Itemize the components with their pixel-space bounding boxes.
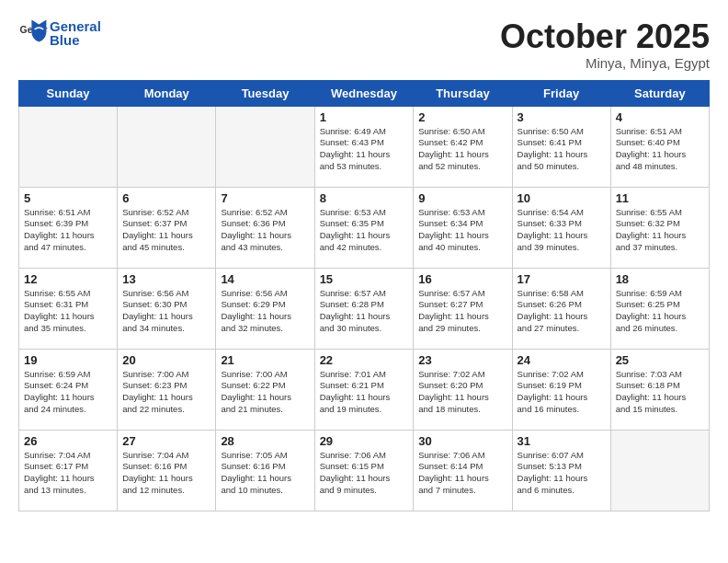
day-info-26: Sunrise: 7:04 AM Sunset: 6:17 PM Dayligh… [24,450,112,497]
day-info-21: Sunrise: 7:00 AM Sunset: 6:22 PM Dayligh… [221,369,309,416]
day-number-18: 18 [616,272,704,286]
cell-w2-d1: 5Sunrise: 6:51 AM Sunset: 6:39 PM Daylig… [19,187,118,268]
day-number-12: 12 [24,272,112,286]
day-number-27: 27 [122,434,210,448]
day-info-11: Sunrise: 6:55 AM Sunset: 6:32 PM Dayligh… [616,207,704,254]
day-info-20: Sunrise: 7:00 AM Sunset: 6:23 PM Dayligh… [122,369,210,416]
day-number-11: 11 [616,191,704,205]
day-info-14: Sunrise: 6:56 AM Sunset: 6:29 PM Dayligh… [221,288,309,335]
day-number-19: 19 [24,353,112,367]
day-number-6: 6 [122,191,210,205]
page-header: General General Blue October 2025 Minya,… [18,18,710,71]
cell-w3-d5: 16Sunrise: 6:57 AM Sunset: 6:27 PM Dayli… [414,268,512,349]
day-info-4: Sunrise: 6:51 AM Sunset: 6:40 PM Dayligh… [616,126,704,173]
col-header-sunday: Sunday [19,80,118,106]
day-info-25: Sunrise: 7:03 AM Sunset: 6:18 PM Dayligh… [616,369,704,416]
day-number-1: 1 [320,110,409,124]
cell-w2-d3: 7Sunrise: 6:52 AM Sunset: 6:36 PM Daylig… [216,187,314,268]
cell-w5-d1: 26Sunrise: 7:04 AM Sunset: 6:17 PM Dayli… [19,430,118,511]
week-row-4: 19Sunrise: 6:59 AM Sunset: 6:24 PM Dayli… [19,349,710,430]
cell-w4-d2: 20Sunrise: 7:00 AM Sunset: 6:23 PM Dayli… [118,349,216,430]
col-header-friday: Friday [512,80,610,106]
cell-w2-d5: 9Sunrise: 6:53 AM Sunset: 6:34 PM Daylig… [414,187,512,268]
calendar-table: Sunday Monday Tuesday Wednesday Thursday… [18,80,710,511]
cell-w5-d7 [610,430,709,511]
cell-w5-d3: 28Sunrise: 7:05 AM Sunset: 6:16 PM Dayli… [216,430,314,511]
cell-w4-d4: 22Sunrise: 7:01 AM Sunset: 6:21 PM Dayli… [314,349,414,430]
day-info-5: Sunrise: 6:51 AM Sunset: 6:39 PM Dayligh… [24,207,112,254]
day-number-10: 10 [518,191,606,205]
cell-w5-d4: 29Sunrise: 7:06 AM Sunset: 6:15 PM Dayli… [314,430,414,511]
day-number-9: 9 [418,191,506,205]
cell-w1-d3 [216,106,314,187]
day-info-2: Sunrise: 6:50 AM Sunset: 6:42 PM Dayligh… [418,126,506,173]
day-info-6: Sunrise: 6:52 AM Sunset: 6:37 PM Dayligh… [122,207,210,254]
week-row-5: 26Sunrise: 7:04 AM Sunset: 6:17 PM Dayli… [19,430,710,511]
day-number-15: 15 [320,272,409,286]
day-number-31: 31 [518,434,606,448]
day-number-26: 26 [24,434,112,448]
cell-w4-d6: 24Sunrise: 7:02 AM Sunset: 6:19 PM Dayli… [512,349,610,430]
day-number-28: 28 [221,434,309,448]
day-info-18: Sunrise: 6:59 AM Sunset: 6:25 PM Dayligh… [616,288,704,335]
day-info-28: Sunrise: 7:05 AM Sunset: 6:16 PM Dayligh… [221,450,309,497]
cell-w1-d7: 4Sunrise: 6:51 AM Sunset: 6:40 PM Daylig… [610,106,709,187]
day-info-16: Sunrise: 6:57 AM Sunset: 6:27 PM Dayligh… [418,288,506,335]
day-number-29: 29 [320,434,409,448]
day-info-12: Sunrise: 6:55 AM Sunset: 6:31 PM Dayligh… [24,288,112,335]
week-row-1: 1Sunrise: 6:49 AM Sunset: 6:43 PM Daylig… [19,106,710,187]
col-header-saturday: Saturday [610,80,709,106]
cell-w3-d3: 14Sunrise: 6:56 AM Sunset: 6:29 PM Dayli… [216,268,314,349]
logo-icon: General [18,18,48,48]
cell-w3-d1: 12Sunrise: 6:55 AM Sunset: 6:31 PM Dayli… [19,268,118,349]
day-info-31: Sunrise: 6:07 AM Sunset: 5:13 PM Dayligh… [518,450,606,497]
day-number-25: 25 [616,353,704,367]
cell-w5-d5: 30Sunrise: 7:06 AM Sunset: 6:14 PM Dayli… [414,430,512,511]
col-header-monday: Monday [118,80,216,106]
col-header-thursday: Thursday [414,80,512,106]
day-number-21: 21 [221,353,309,367]
day-number-7: 7 [221,191,309,205]
cell-w2-d6: 10Sunrise: 6:54 AM Sunset: 6:33 PM Dayli… [512,187,610,268]
title-block: October 2025 Minya, Minya, Egypt [500,18,710,71]
logo-blue: Blue [50,32,80,48]
day-number-2: 2 [418,110,506,124]
day-number-22: 22 [320,353,409,367]
day-number-16: 16 [418,272,506,286]
logo: General General Blue [18,18,101,48]
cell-w1-d5: 2Sunrise: 6:50 AM Sunset: 6:42 PM Daylig… [414,106,512,187]
cell-w4-d5: 23Sunrise: 7:02 AM Sunset: 6:20 PM Dayli… [414,349,512,430]
day-info-1: Sunrise: 6:49 AM Sunset: 6:43 PM Dayligh… [320,126,409,173]
cell-w1-d4: 1Sunrise: 6:49 AM Sunset: 6:43 PM Daylig… [314,106,414,187]
day-info-10: Sunrise: 6:54 AM Sunset: 6:33 PM Dayligh… [518,207,606,254]
day-number-5: 5 [24,191,112,205]
cell-w4-d7: 25Sunrise: 7:03 AM Sunset: 6:18 PM Dayli… [610,349,709,430]
day-info-13: Sunrise: 6:56 AM Sunset: 6:30 PM Dayligh… [122,288,210,335]
day-number-30: 30 [418,434,506,448]
cell-w3-d4: 15Sunrise: 6:57 AM Sunset: 6:28 PM Dayli… [314,268,414,349]
day-info-17: Sunrise: 6:58 AM Sunset: 6:26 PM Dayligh… [518,288,606,335]
cell-w3-d7: 18Sunrise: 6:59 AM Sunset: 6:25 PM Dayli… [610,268,709,349]
col-header-tuesday: Tuesday [216,80,314,106]
day-info-29: Sunrise: 7:06 AM Sunset: 6:15 PM Dayligh… [320,450,409,497]
cell-w3-d6: 17Sunrise: 6:58 AM Sunset: 6:26 PM Dayli… [512,268,610,349]
day-info-7: Sunrise: 6:52 AM Sunset: 6:36 PM Dayligh… [221,207,309,254]
cell-w1-d1 [19,106,118,187]
day-number-14: 14 [221,272,309,286]
day-number-8: 8 [320,191,409,205]
day-info-3: Sunrise: 6:50 AM Sunset: 6:41 PM Dayligh… [518,126,606,173]
day-info-24: Sunrise: 7:02 AM Sunset: 6:19 PM Dayligh… [518,369,606,416]
cell-w4-d3: 21Sunrise: 7:00 AM Sunset: 6:22 PM Dayli… [216,349,314,430]
cell-w2-d4: 8Sunrise: 6:53 AM Sunset: 6:35 PM Daylig… [314,187,414,268]
cell-w2-d7: 11Sunrise: 6:55 AM Sunset: 6:32 PM Dayli… [610,187,709,268]
day-info-30: Sunrise: 7:06 AM Sunset: 6:14 PM Dayligh… [418,450,506,497]
cell-w3-d2: 13Sunrise: 6:56 AM Sunset: 6:30 PM Dayli… [118,268,216,349]
week-row-3: 12Sunrise: 6:55 AM Sunset: 6:31 PM Dayli… [19,268,710,349]
day-number-17: 17 [518,272,606,286]
week-row-2: 5Sunrise: 6:51 AM Sunset: 6:39 PM Daylig… [19,187,710,268]
day-number-13: 13 [122,272,210,286]
day-info-19: Sunrise: 6:59 AM Sunset: 6:24 PM Dayligh… [24,369,112,416]
cell-w2-d2: 6Sunrise: 6:52 AM Sunset: 6:37 PM Daylig… [118,187,216,268]
day-info-27: Sunrise: 7:04 AM Sunset: 6:16 PM Dayligh… [122,450,210,497]
day-info-23: Sunrise: 7:02 AM Sunset: 6:20 PM Dayligh… [418,369,506,416]
